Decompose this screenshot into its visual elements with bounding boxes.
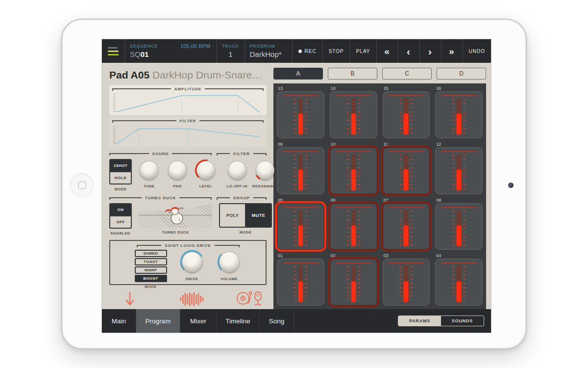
home-button[interactable] [70,173,94,197]
tab-song[interactable]: Song [260,309,294,333]
pad-level-fader[interactable] [347,210,360,246]
fader-track-dim [298,210,303,226]
rewind-button[interactable]: « [376,39,398,63]
drum-pad-05[interactable] [277,203,324,250]
tab-timeline[interactable]: Timeline [217,309,260,333]
bank-tab-b[interactable]: B [328,68,377,79]
group-option-poly[interactable]: POLY [220,204,245,227]
turbo-duck-header: TURBO DUCK [109,196,212,200]
tab-program[interactable]: Program [136,309,180,333]
fader-ticks-right [305,155,307,190]
pad-level-fader[interactable] [452,99,466,134]
drive-mode-toast[interactable]: TOAST [135,258,167,265]
fader-ticks-left [347,99,349,134]
filter-cutoff-knob[interactable] [226,159,248,182]
drum-pad-15[interactable] [383,91,430,138]
drive-mode-boost[interactable]: BOOST [135,275,167,282]
drum-pad-09[interactable] [277,147,324,194]
level-knob[interactable] [195,159,217,182]
tab-mixer[interactable]: Mixer [180,309,217,333]
pad-level-fader[interactable] [399,210,413,246]
pad-level-fader[interactable] [399,99,413,134]
drum-pad-08[interactable] [435,203,483,250]
menu-icon[interactable] [102,39,124,63]
bank-tab-a[interactable]: A [273,68,323,79]
pad-level-fader[interactable] [347,266,360,302]
filter-envelope[interactable]: FILTER [109,117,267,147]
drum-pad-13[interactable] [277,91,324,138]
fader-track-bright [457,170,461,190]
pad-number: 12 [435,141,483,147]
pad-level-fader[interactable] [347,99,360,134]
pad-level-fader[interactable] [452,155,466,190]
step-forward-button[interactable]: › [419,39,441,63]
pad-level-fader[interactable] [294,266,307,302]
group-mode-toggle[interactable]: POLY MUTE [219,203,272,228]
drum-pad-02[interactable] [330,259,377,306]
drum-pad-04[interactable] [435,259,483,306]
stop-button[interactable]: STOP [322,39,350,63]
enabled-option-on[interactable]: ON [110,204,131,215]
drum-pad-14[interactable] [330,91,377,138]
tune-knob[interactable] [138,159,160,182]
drum-pad-06[interactable] [330,203,377,250]
volume-knob[interactable] [217,250,242,274]
pan-knob[interactable] [166,159,189,182]
tab-main[interactable]: Main [102,309,136,333]
bpm-display[interactable]: 105.00 BPM [176,39,217,63]
track-selector[interactable]: TRACK 1 [217,39,245,63]
pad-level-fader[interactable] [294,155,307,190]
turbo-duck-slider[interactable]: ♪ [139,203,212,228]
record-button[interactable]: REC [292,39,322,63]
pad-level-fader[interactable] [399,266,413,302]
edit-sound-waveform-icon [179,291,205,308]
drum-pad-01[interactable] [277,259,324,306]
drum-pad-12[interactable] [435,147,483,194]
sequence-selector[interactable]: SEQUENCE SQ01 [125,39,176,63]
amplitude-header-label: AMPLITUDE [174,87,202,91]
pad-level-fader[interactable] [452,210,466,246]
fast-forward-button[interactable]: » [441,39,463,63]
pads-panel: A B C D 13 14 [273,63,491,309]
fader-ticks-right [411,99,413,134]
group-option-mute[interactable]: MUTE [245,204,271,227]
program-selector[interactable]: PROGRAM DarkHop* [245,39,292,63]
pad-level-fader[interactable] [452,266,466,302]
enabled-option-off[interactable]: OFF [110,215,131,228]
resonance-knob[interactable] [254,159,276,182]
drive-mode-warp[interactable]: WARP [135,266,167,274]
drum-pad-11[interactable] [383,147,430,194]
drive-mode-list[interactable]: SHRED TOAST WARP BOOST [135,250,167,282]
toggle-option-sounds[interactable]: SOUNDS [441,316,484,326]
drum-pad-07[interactable] [383,203,430,250]
undo-button[interactable]: UNDO [463,39,491,63]
program-value: DarkHop* [250,50,287,58]
turbo-duck-enabled-toggle[interactable]: ON OFF [109,203,132,229]
play-button[interactable]: PLAY [350,39,376,63]
drum-pad-16[interactable] [435,91,483,138]
bank-tab-c[interactable]: C [382,68,432,79]
drive-mode-shred[interactable]: SHRED [135,250,167,257]
pad-level-fader[interactable] [294,210,307,246]
level-control: LEVEL [195,159,217,188]
mode-option-1shot[interactable]: 1SHOT [110,160,131,171]
mode-option-hold[interactable]: HOLD [110,171,131,184]
page: SEQUENCE SQ01 105.00 BPM TRACK 1 PROGRAM… [0,0,588,368]
pad-level-fader[interactable] [399,155,413,190]
drive-knob[interactable] [180,250,204,274]
amplitude-envelope[interactable]: AMPLITUDE [109,85,267,115]
pad-cell: 12 [435,141,483,194]
sample-mode-toggle[interactable]: 1SHOT HOLD [109,159,132,184]
filter-cutoff-control: LO-OFF-HI [226,159,248,188]
bank-tab-d[interactable]: D [437,68,486,79]
save-program-icon [124,291,135,308]
toggle-option-params[interactable]: PARAMS [398,316,441,326]
drum-pad-03[interactable] [383,259,430,306]
fader-track [457,155,461,190]
step-back-button[interactable]: ‹ [398,39,419,63]
drive-knob-face [182,252,202,272]
drum-pad-10[interactable] [330,147,377,194]
pad-level-fader[interactable] [347,155,360,190]
fader-ticks-left [452,266,454,301]
pad-level-fader[interactable] [294,99,307,134]
